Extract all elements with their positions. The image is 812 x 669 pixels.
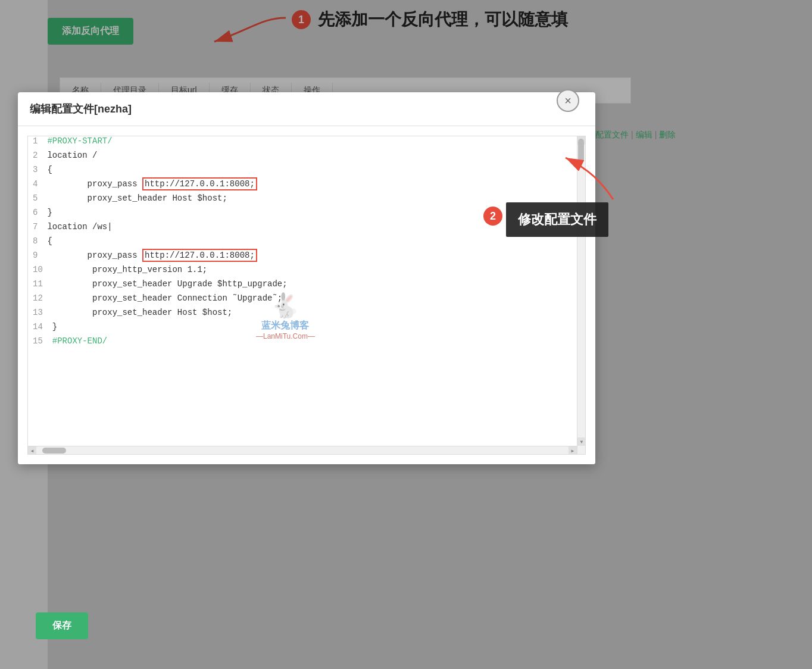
line-content-5: proxy_set_header Host $host; xyxy=(47,193,577,203)
scroll-down-arrow[interactable]: ▼ xyxy=(577,437,586,446)
code-line-14: 14 } xyxy=(28,322,577,336)
code-line-3: 3 { xyxy=(28,165,577,179)
line-num-1: 1 xyxy=(28,136,47,146)
code-line-5: 5 proxy_set_header Host $host; xyxy=(28,193,577,208)
code-line-1: 1 #PROXY-START/ xyxy=(28,136,577,151)
line-content-11: proxy_set_header Upgrade $http_upgrade; xyxy=(52,279,577,289)
line-num-13: 13 xyxy=(28,308,52,317)
line-num-4: 4 xyxy=(28,179,47,189)
code-line-10: 10 proxy_http_version 1.1; xyxy=(28,265,577,279)
line-content-9: proxy_pass http://127.0.0.1:8008; xyxy=(47,251,577,260)
scroll-left-arrow[interactable]: ◀ xyxy=(28,446,36,455)
line-num-7: 7 xyxy=(28,222,47,232)
code-editor[interactable]: 1 #PROXY-START/ 2 location / 3 { 4 proxy… xyxy=(27,136,586,455)
code-line-4: 4 proxy_pass http://127.0.0.1:8008; xyxy=(28,179,577,193)
arrow-2 xyxy=(554,152,625,205)
line-num-3: 3 xyxy=(28,165,47,174)
modal-dialog: 编辑配置文件[nezha] 1 #PROXY-START/ 2 location… xyxy=(18,92,595,464)
line-num-8: 8 xyxy=(28,236,47,246)
line-num-10: 10 xyxy=(28,265,52,274)
line-content-15: #PROXY-END/ xyxy=(52,336,577,346)
line-num-12: 12 xyxy=(28,293,52,303)
line-content-12: proxy_set_header Connection ˜Upgrade˜; xyxy=(52,293,577,303)
line-num-9: 9 xyxy=(28,251,47,260)
line-content-3: { xyxy=(47,165,577,174)
line-num-5: 5 xyxy=(28,193,47,203)
line-num-15: 15 xyxy=(28,336,52,346)
modal-title: 编辑配置文件[nezha] xyxy=(30,102,132,116)
line-content-4: proxy_pass http://127.0.0.1:8008; xyxy=(47,179,577,189)
code-line-2: 2 location / xyxy=(28,151,577,165)
save-area: 保存 xyxy=(36,612,88,639)
code-line-13: 13 proxy_set_header Host $host; xyxy=(28,308,577,322)
code-line-12: 12 proxy_set_header Connection ˜Upgrade˜… xyxy=(28,293,577,308)
save-button[interactable]: 保存 xyxy=(36,612,88,639)
code-line-9: 9 proxy_pass http://127.0.0.1:8008; xyxy=(28,251,577,265)
step-2-badge: 2 xyxy=(483,207,502,226)
line-content-10: proxy_http_version 1.1; xyxy=(52,265,577,274)
line-content-13: proxy_set_header Host $host; xyxy=(52,308,577,317)
annotation-2-text: 修改配置文件 xyxy=(506,202,608,237)
modal-header: 编辑配置文件[nezha] xyxy=(18,92,595,126)
line-content-14: } xyxy=(52,322,577,332)
line-num-2: 2 xyxy=(28,151,47,160)
line-content-2: location / xyxy=(47,151,577,160)
scroll-right-arrow[interactable]: ▶ xyxy=(569,446,577,455)
line-num-14: 14 xyxy=(28,322,52,332)
modal-body: 1 #PROXY-START/ 2 location / 3 { 4 proxy… xyxy=(18,126,595,464)
scrollbar-horizontal[interactable]: ◀ ▶ xyxy=(28,446,577,454)
line-num-11: 11 xyxy=(28,279,52,289)
scroll-thumb-h[interactable] xyxy=(42,448,66,454)
code-line-11: 11 proxy_set_header Upgrade $http_upgrad… xyxy=(28,279,577,293)
code-line-8: 8 { xyxy=(28,236,577,251)
modal-close-button[interactable]: × xyxy=(557,89,579,112)
line-content-8: { xyxy=(47,236,577,246)
line-num-6: 6 xyxy=(28,208,47,217)
line-content-1: #PROXY-START/ xyxy=(47,136,577,146)
code-line-15: 15 #PROXY-END/ xyxy=(28,336,577,351)
